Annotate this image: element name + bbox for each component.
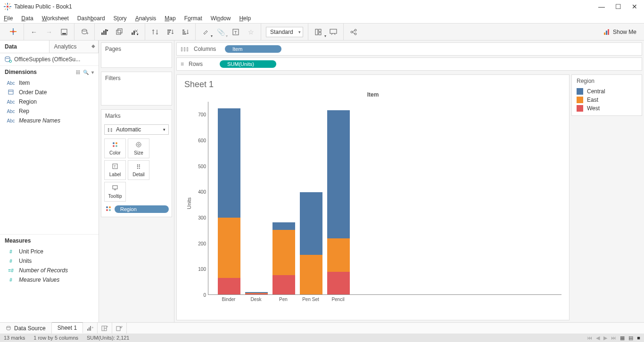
- tab-sheet1[interactable]: Sheet 1: [52, 322, 83, 334]
- sort-desc-button[interactable]: [180, 27, 190, 37]
- share-button[interactable]: [348, 27, 359, 37]
- filters-shelf[interactable]: Filters: [101, 72, 172, 106]
- measure-field[interactable]: #Unit Price: [2, 247, 97, 256]
- show-cards-button[interactable]: ▾: [313, 27, 323, 37]
- dimension-field[interactable]: AbcRep: [2, 106, 97, 116]
- marks-color-button[interactable]: Color: [104, 138, 126, 158]
- dimension-field[interactable]: AbcMeasure Names: [2, 116, 97, 125]
- legend-item[interactable]: East: [577, 96, 637, 104]
- tab-analytics[interactable]: Analytics◆: [50, 41, 99, 53]
- view-grid-icon[interactable]: ▦: [620, 335, 625, 341]
- legend[interactable]: Region CentralEastWest: [571, 74, 642, 116]
- duplicate-button[interactable]: [115, 27, 125, 37]
- marks-label-button[interactable]: TLabel: [104, 160, 126, 180]
- bar[interactable]: [218, 108, 240, 294]
- menu-dashboard[interactable]: Dashboard: [77, 15, 105, 22]
- measure-field[interactable]: #Units: [2, 256, 97, 266]
- svg-rect-47: [606, 31, 607, 35]
- clear-button[interactable]: ▾: [130, 27, 140, 37]
- measure-field[interactable]: =#Number of Records: [2, 266, 97, 275]
- svg-rect-32: [182, 30, 184, 31]
- sort-asc-button[interactable]: [165, 27, 175, 37]
- view-single-icon[interactable]: ■: [637, 335, 640, 341]
- menu-story[interactable]: Story: [114, 15, 127, 22]
- new-worksheet-button[interactable]: ▾: [99, 27, 110, 37]
- pin-button[interactable]: ☆: [246, 27, 256, 37]
- svg-point-58: [138, 144, 140, 146]
- marks-detail-button[interactable]: ⠿Detail: [128, 160, 149, 180]
- rows-shelf[interactable]: ≡ Rows SUM(Units): [176, 57, 642, 71]
- bar[interactable]: [300, 192, 322, 294]
- swap-button[interactable]: [150, 27, 160, 37]
- marks-type-dropdown[interactable]: ⫿⫿Automatic: [104, 124, 169, 135]
- dimension-field[interactable]: Order Date: [2, 88, 97, 97]
- menu-file[interactable]: File: [4, 15, 13, 22]
- datasource-item[interactable]: OfficeSupplies (OfficeSu...: [0, 53, 99, 65]
- nav-last-icon[interactable]: ⏭: [611, 335, 616, 341]
- nav-first-icon[interactable]: ⏮: [587, 335, 592, 341]
- menu-analysis[interactable]: Analysis: [135, 15, 157, 22]
- window-title: Tableau Public - Book1: [14, 3, 72, 10]
- new-dashboard-tab[interactable]: +: [98, 323, 112, 334]
- presentation-button[interactable]: [328, 27, 339, 37]
- new-datasource-button[interactable]: +: [79, 27, 90, 37]
- new-story-tab[interactable]: +: [112, 323, 127, 334]
- fit-dropdown[interactable]: Standard: [266, 27, 303, 37]
- nav-next-icon[interactable]: ▶: [603, 335, 607, 341]
- group-button[interactable]: 📎▾: [215, 27, 226, 37]
- measure-field[interactable]: #Measure Values: [2, 275, 97, 285]
- status-dimensions: 1 row by 5 columns: [33, 335, 78, 341]
- svg-rect-7: [9, 3, 10, 5]
- pages-shelf[interactable]: Pages: [101, 42, 172, 68]
- tab-datasource[interactable]: Data Source: [0, 323, 52, 334]
- window-minimize-button[interactable]: —: [598, 3, 605, 10]
- bar[interactable]: [245, 292, 268, 294]
- window-close-button[interactable]: ✕: [632, 3, 637, 10]
- svg-rect-37: [315, 29, 318, 35]
- menu-worksheet[interactable]: Worksheet: [42, 15, 69, 22]
- tableau-logo-button[interactable]: [8, 27, 19, 37]
- search-icon[interactable]: 🔍: [83, 70, 89, 75]
- svg-point-43: [355, 33, 356, 35]
- data-panel: Data Analytics◆ OfficeSupplies (OfficeSu…: [0, 41, 99, 322]
- columns-shelf[interactable]: ⫿⫿⫿ Columns Item: [176, 42, 642, 56]
- legend-item[interactable]: Central: [577, 87, 637, 96]
- columns-pill-item[interactable]: Item: [225, 45, 281, 53]
- rows-pill-sum-units[interactable]: SUM(Units): [220, 60, 276, 68]
- sheet-title[interactable]: Sheet 1: [184, 80, 561, 90]
- window-maximize-button[interactable]: ☐: [615, 3, 621, 10]
- marks-tooltip-button[interactable]: Tooltip: [104, 182, 126, 202]
- undo-button[interactable]: ←: [29, 27, 39, 37]
- highlight-button[interactable]: ▾: [200, 27, 211, 37]
- menu-help[interactable]: Help: [239, 15, 251, 22]
- show-me-button[interactable]: Show Me: [603, 29, 640, 35]
- menu-window[interactable]: Window: [211, 15, 231, 22]
- legend-item[interactable]: West: [577, 104, 637, 113]
- menu-format[interactable]: Format: [184, 15, 202, 22]
- svg-rect-39: [319, 33, 321, 35]
- labels-button[interactable]: T: [231, 27, 241, 37]
- chart-bars[interactable]: [208, 102, 561, 295]
- marks-color-pill[interactable]: Region: [115, 205, 169, 213]
- dimension-field[interactable]: AbcItem: [2, 78, 97, 88]
- svg-text:+: +: [91, 326, 94, 330]
- svg-point-63: [109, 206, 111, 208]
- nav-prev-icon[interactable]: ◀: [596, 335, 600, 341]
- redo-button[interactable]: →: [44, 27, 54, 37]
- save-button[interactable]: [59, 27, 69, 37]
- dimension-field[interactable]: AbcRegion: [2, 97, 97, 106]
- view-toggle-icon[interactable]: ☷: [76, 70, 80, 75]
- bar[interactable]: [272, 222, 295, 294]
- menu-data[interactable]: Data: [21, 15, 33, 22]
- bar[interactable]: [327, 110, 350, 294]
- sheet-tabs: Data Source Sheet 1 + + +: [0, 322, 644, 334]
- dim-menu-icon[interactable]: ▾: [91, 70, 94, 75]
- analytics-opts-icon[interactable]: ◆: [91, 43, 95, 49]
- marks-size-button[interactable]: Size: [128, 138, 149, 158]
- tab-data[interactable]: Data: [0, 41, 50, 53]
- yaxis-label: Units: [184, 102, 192, 304]
- menu-map[interactable]: Map: [165, 15, 175, 22]
- view-filmstrip-icon[interactable]: ▤: [628, 335, 633, 341]
- svg-point-49: [5, 57, 10, 58]
- new-worksheet-tab[interactable]: +: [83, 323, 98, 334]
